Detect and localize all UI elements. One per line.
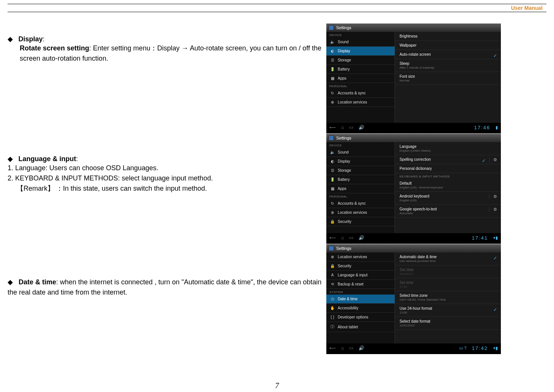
storage-icon: ☰ — [330, 168, 335, 172]
volume-icon: 🔊 — [359, 125, 364, 130]
clock-icon: ◷ — [330, 297, 335, 301]
status-clock: 17:42 — [472, 345, 488, 351]
screenshot-language-settings: Settings DEVICE 🔈Sound ◐Display ☰Storage… — [326, 134, 501, 244]
language-icon: A — [330, 273, 335, 277]
bullet-icon: ◆ — [8, 155, 13, 163]
check-icon: ✓ — [493, 256, 497, 261]
status-clock: 17:46 — [474, 125, 490, 130]
home-icon: ⌂ — [341, 235, 344, 240]
check-icon: ✓ — [493, 307, 497, 312]
remark-body: ：In this state, users can switch the inp… — [54, 185, 207, 192]
back-icon: ⟵ — [329, 125, 336, 130]
wifi-status-icon: ▾▮ — [493, 346, 498, 351]
volume-icon: 🔊 — [359, 345, 364, 351]
arrow-icon: → — [181, 44, 188, 52]
rotate-setting-label: Rotate screen setting — [20, 44, 89, 52]
li2-text: KEYBOARD & INPUT METHODS: select languag… — [15, 174, 213, 182]
remark-label: 【Remark】 — [17, 185, 54, 192]
page-number: 7 — [275, 381, 279, 390]
sound-icon: 🔈 — [330, 40, 335, 44]
lang-title: Language & input — [18, 155, 76, 163]
back-icon: ⟵ — [329, 235, 336, 240]
display-title: Display — [18, 35, 42, 43]
tune-icon: ⚙ — [489, 157, 497, 162]
bullet-icon: ◆ — [8, 278, 13, 286]
text-column: ◆ Display: Rotate screen setting: Enter … — [8, 24, 326, 301]
check-icon: ✓ — [493, 53, 497, 58]
security-icon: 🔒 — [330, 220, 335, 224]
screenshots-column: Settings DEVICE 🔈Sound ◐Display ☰Storage… — [326, 24, 501, 354]
home-icon: ⌂ — [341, 345, 344, 351]
backup-icon: ⟲ — [330, 282, 335, 286]
volume-icon: 🔊 — [359, 235, 364, 240]
storage-icon: ☰ — [330, 58, 335, 62]
developer-icon: { } — [330, 315, 335, 319]
bullet-icon: ◆ — [8, 35, 13, 43]
display-icon: ◐ — [330, 49, 335, 53]
about-icon: ⓘ — [330, 324, 335, 329]
display-body-1: : Enter setting menu：Display — [89, 44, 181, 52]
check-icon: ✓ — [482, 158, 486, 163]
screenshot-display-settings: Settings DEVICE 🔈Sound ◐Display ☰Storage… — [326, 24, 501, 133]
datetime-title: Date & time — [19, 278, 56, 286]
recent-icon: ▭ — [349, 235, 353, 240]
security-icon: 🔒 — [330, 264, 335, 268]
location-icon: ⊕ — [330, 255, 335, 259]
battery-status-icon: ▮ — [496, 125, 498, 130]
sync-icon: ↻ — [330, 201, 335, 205]
header-label: User Manual — [8, 5, 543, 11]
battery-icon: 🔋 — [330, 67, 335, 71]
settings-app-icon — [329, 25, 334, 30]
location-icon: ⊕ — [330, 100, 335, 104]
home-icon: ⌂ — [341, 125, 344, 130]
sync-icon: ↻ — [330, 91, 335, 95]
li2-prefix: 2. — [8, 174, 15, 182]
notification-icon: ▭ ? — [459, 346, 466, 351]
sound-icon: 🔈 — [330, 150, 335, 154]
screenshot-datetime-settings: Settings ⊕Location services 🔒Security AL… — [326, 244, 501, 354]
location-icon: ⊕ — [330, 210, 335, 215]
display-icon: ◐ — [330, 159, 335, 163]
accessibility-icon: ✋ — [330, 306, 335, 310]
recent-icon: ▭ — [349, 345, 353, 351]
status-clock: 17:41 — [472, 235, 488, 241]
tune-icon: ⚙ — [489, 207, 497, 212]
settings-app-icon — [329, 135, 334, 141]
li1-text: Language: Users can choose OSD Languages… — [15, 164, 158, 172]
battery-icon: 🔋 — [330, 177, 335, 182]
wifi-status-icon: ▾▮ — [493, 235, 498, 240]
apps-icon: ▦ — [330, 76, 335, 80]
back-icon: ⟵ — [329, 345, 336, 351]
tune-icon: ⚙ — [489, 194, 497, 199]
recent-icon: ▭ — [349, 125, 353, 130]
apps-icon: ▦ — [330, 187, 335, 191]
li1-prefix: 1. — [8, 164, 15, 172]
settings-app-icon — [329, 246, 334, 251]
